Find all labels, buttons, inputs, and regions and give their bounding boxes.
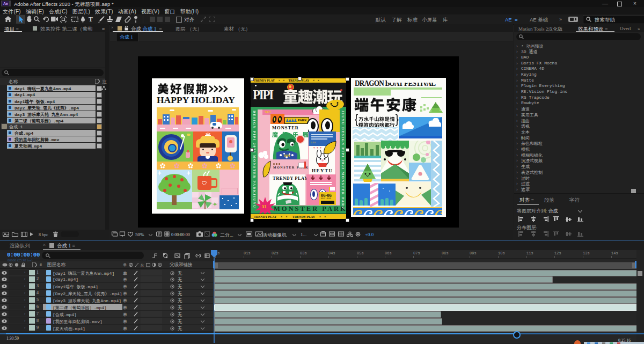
svg-text:PIPI: PIPI	[284, 154, 290, 157]
svg-text:fx: fx	[141, 263, 144, 267]
svg-text:¥1: ¥1	[262, 204, 267, 209]
